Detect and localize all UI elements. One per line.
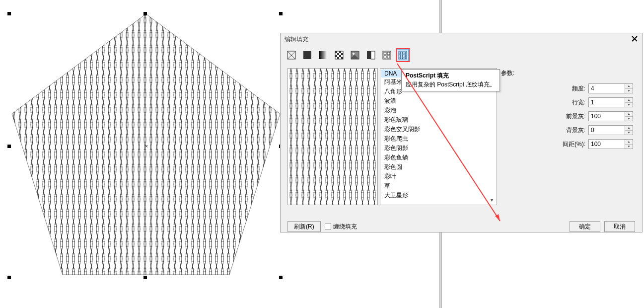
parameters-panel: 参数: 频度:▲▼行宽:▲▼前景灰:▲▼背景灰:▲▼间距(%):▲▼ [499,68,635,216]
svg-rect-36 [288,69,378,205]
texture-fill-button[interactable] [380,48,394,62]
ok-button[interactable]: 确定 [570,221,600,232]
fountain-fill-button[interactable] [316,48,330,62]
spinner: ▲▼ [625,125,633,135]
postscript-fill-tooltip: PostScript 填充 应用复杂的 PostScript 底纹填充。 [401,69,500,91]
parameter-row: 行宽:▲▼ [501,97,633,107]
selection-handle[interactable] [7,276,11,279]
parameter-row: 频度:▲▼ [501,83,633,93]
checkbox-icon[interactable] [325,224,331,230]
parameters-title: 参数: [501,69,633,77]
svg-rect-19 [339,51,341,53]
bitmap-pattern-button[interactable] [348,48,362,62]
svg-rect-23 [339,55,341,57]
tooltip-title: PostScript 填充 [406,72,496,80]
fill-type-toolbar [281,45,642,65]
spinner-down-icon[interactable]: ▼ [625,131,633,135]
spinner-up-icon[interactable]: ▲ [625,84,633,89]
parameter-label: 频度: [572,84,585,93]
close-icon[interactable] [631,35,639,43]
parameter-label: 行宽: [572,98,585,107]
spinner: ▲▼ [625,111,633,121]
fill-list-item[interactable]: 彩色圆 [381,162,496,172]
parameter-input[interactable] [588,83,625,93]
parameter-row: 背景灰:▲▼ [501,125,633,135]
pentagon-shape[interactable]: × [11,13,282,276]
canvas-shape-area: × [0,0,293,293]
tooltip-description: 应用复杂的 PostScript 底纹填充。 [406,80,496,89]
fill-preview-panel [287,68,378,205]
spinner-down-icon[interactable]: ▼ [625,89,633,93]
fill-list-item[interactable]: 彩泡 [381,106,496,115]
spinner: ▲▼ [625,139,633,149]
svg-rect-29 [371,51,375,59]
postscript-fill-button[interactable] [396,48,410,62]
spinner: ▲▼ [625,97,633,107]
parameter-input[interactable] [588,125,625,135]
spiral-fill-label: 缠绕填充 [333,223,357,231]
selection-handle[interactable] [7,12,11,15]
spinner-down-icon[interactable]: ▼ [625,117,633,121]
svg-rect-21 [341,53,343,55]
parameter-input[interactable] [588,97,625,107]
fill-list-item[interactable]: 彩色爬虫 [381,134,496,144]
svg-rect-18 [335,51,337,53]
parameter-label: 背景灰: [566,126,585,135]
parameter-label: 间距(%): [563,140,585,149]
dialog-titlebar: 编辑填充 [281,33,642,45]
svg-text:×: × [145,144,148,149]
svg-rect-28 [367,51,371,59]
dialog-footer: 刷新(R) 缠绕填充 确定 取消 [281,219,642,234]
parameter-row: 间距(%):▲▼ [501,139,633,149]
selection-handle[interactable] [279,276,283,279]
selection-handle[interactable] [7,145,11,148]
cancel-button[interactable]: 取消 [604,221,635,232]
fill-list-item[interactable]: 波浪 [381,96,496,106]
svg-rect-24 [337,57,339,59]
selection-handle[interactable] [143,276,147,279]
fill-list-item[interactable]: 彩色阴影 [381,144,496,153]
fill-list-item[interactable]: 大卫星形 [381,191,496,200]
edit-fill-dialog: 编辑填充 [280,33,643,232]
spinner-up-icon[interactable]: ▲ [625,126,633,131]
spinner: ▲▼ [625,83,633,93]
parameter-row: 前景灰:▲▼ [501,111,633,121]
fill-list-item[interactable]: 彩色交叉阴影 [381,125,496,134]
spinner-down-icon[interactable]: ▼ [625,103,633,107]
fill-list-item[interactable]: 彩色玻璃 [381,115,496,125]
two-color-pattern-button[interactable] [364,48,378,62]
spinner-up-icon[interactable]: ▲ [625,140,633,145]
spiral-fill-checkbox-wrap[interactable]: 缠绕填充 [325,223,357,231]
dialog-title: 编辑填充 [285,35,308,44]
svg-rect-15 [303,51,311,59]
parameter-label: 前景灰: [566,112,585,121]
spinner-down-icon[interactable]: ▼ [625,145,633,149]
fill-list-item[interactable]: 彩色鱼鳞 [381,153,496,162]
fill-list-item[interactable]: 草 [381,181,496,191]
spinner-up-icon[interactable]: ▲ [625,98,633,103]
scroll-down-icon[interactable]: ▾ [488,196,496,204]
fill-list-item[interactable]: 彩叶 [381,172,496,181]
no-fill-button[interactable] [285,48,298,62]
refresh-button[interactable]: 刷新(R) [287,221,321,232]
svg-point-27 [353,53,355,55]
parameter-input[interactable] [588,139,625,149]
vector-pattern-button[interactable] [332,48,346,62]
solid-fill-button[interactable] [300,48,314,62]
svg-rect-25 [341,57,343,59]
spinner-up-icon[interactable]: ▲ [625,112,633,117]
svg-rect-16 [319,51,327,59]
svg-rect-20 [337,53,339,55]
parameter-input[interactable] [588,111,625,121]
svg-rect-22 [335,55,337,57]
